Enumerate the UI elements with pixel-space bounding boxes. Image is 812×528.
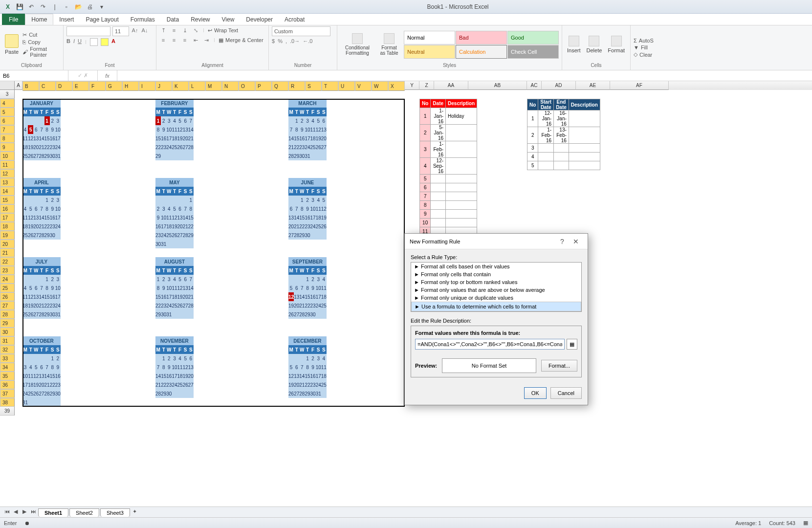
calendar-day[interactable] — [44, 398, 50, 407]
calendar-day[interactable]: 22 — [305, 380, 310, 389]
calendar-day[interactable]: 9 — [161, 284, 166, 292]
table2-end[interactable] — [554, 144, 569, 153]
calendar-day[interactable]: 16 — [310, 372, 316, 380]
calendar-day[interactable]: 1 — [155, 275, 161, 284]
calendar-day[interactable]: 1 — [161, 354, 166, 363]
row-header-19[interactable]: 19 — [0, 231, 15, 240]
calendar-day[interactable]: 30 — [50, 310, 55, 319]
calendar-day[interactable]: 21 — [188, 134, 194, 143]
col-header-AC[interactable]: AC — [527, 81, 542, 90]
calendar-day[interactable]: 14 — [188, 284, 194, 292]
calendar-day[interactable]: 31 — [305, 152, 310, 160]
calendar-day[interactable]: 12 — [321, 204, 327, 213]
calendar-day[interactable]: 8 — [305, 284, 310, 292]
style-good[interactable]: Good — [507, 31, 559, 44]
calendar-day[interactable]: 23 — [50, 222, 55, 231]
calendar-day[interactable]: 25 — [22, 152, 28, 160]
col-header-AF[interactable]: AF — [610, 81, 669, 90]
calendar-day[interactable]: 24 — [55, 222, 61, 231]
calendar-day[interactable]: 19 — [28, 301, 33, 310]
calendar-day[interactable]: 3 — [166, 275, 172, 284]
inc-decimal-icon[interactable]: .0→ — [290, 38, 300, 44]
calendar-day[interactable] — [310, 152, 316, 160]
calendar-day[interactable]: 8 — [305, 363, 310, 372]
calendar-day[interactable]: 12 — [177, 284, 183, 292]
calendar-day[interactable]: 27 — [33, 231, 39, 240]
calendar-day[interactable]: 18 — [321, 292, 327, 301]
calendar-day[interactable]: 29 — [305, 310, 310, 319]
tab-insert[interactable]: Insert — [53, 14, 80, 25]
col-header-L[interactable]: L — [189, 81, 205, 91]
cut-button[interactable]: ✂Cut — [22, 32, 60, 38]
tab-acrobat[interactable]: Acrobat — [279, 14, 310, 25]
calendar-day[interactable]: 22 — [44, 222, 50, 231]
currency-icon[interactable]: $ — [272, 38, 275, 44]
table2-start[interactable] — [538, 144, 554, 153]
calendar-day[interactable] — [177, 196, 183, 204]
calendar-day[interactable]: 23 — [155, 231, 161, 240]
calendar-day[interactable]: 7 — [183, 204, 188, 213]
italic-button[interactable]: I — [73, 38, 75, 46]
wrap-text-button[interactable]: ↩Wrap Text — [208, 27, 238, 34]
range-selector-icon[interactable]: ▦ — [567, 339, 577, 350]
macro-record-icon[interactable]: ⏺ — [24, 520, 30, 526]
calendar-day[interactable]: 16 — [161, 292, 166, 301]
table2-end[interactable]: 16-Jan-16 — [554, 110, 569, 127]
calendar-day[interactable]: 3 — [22, 363, 28, 372]
calendar-day[interactable]: 7 — [288, 125, 294, 134]
align-left-icon[interactable]: ≡ — [159, 36, 167, 44]
rule-type-item[interactable]: ► Format only values that are above or b… — [411, 286, 581, 294]
row-header-22[interactable]: 22 — [0, 257, 15, 266]
calendar-day[interactable] — [39, 116, 44, 125]
calendar-day[interactable]: 9 — [50, 204, 55, 213]
calendar-day[interactable]: 1 — [305, 275, 310, 284]
calendar-day[interactable] — [299, 275, 305, 284]
calendar-day[interactable] — [22, 275, 28, 284]
calendar-day[interactable]: 1 — [50, 354, 55, 363]
calendar-day[interactable]: 7 — [299, 284, 305, 292]
col-header-J[interactable]: J — [155, 81, 172, 91]
rule-type-item[interactable]: ► Format only cells that contain — [411, 270, 581, 278]
calendar-day[interactable]: 16 — [50, 213, 55, 222]
calendar-day[interactable]: 7 — [294, 204, 299, 213]
shrink-font-icon[interactable]: A↓ — [141, 26, 149, 34]
calendar-day[interactable] — [316, 152, 321, 160]
table2-header[interactable]: Description — [569, 99, 600, 110]
table2-no[interactable]: 2 — [527, 127, 538, 144]
calendar-day[interactable] — [161, 196, 166, 204]
calendar-day[interactable]: 16 — [161, 134, 166, 143]
calendar-day[interactable]: 2 — [50, 116, 55, 125]
calendar-day[interactable]: 4 — [310, 116, 316, 125]
indent-inc-icon[interactable]: ⇥ — [202, 36, 210, 44]
calendar-day[interactable]: 8 — [188, 204, 194, 213]
col-header-AB[interactable]: AB — [468, 81, 527, 90]
table1-header[interactable]: Description — [446, 99, 477, 108]
font-size-select[interactable]: 11 — [112, 26, 129, 36]
calendar-day[interactable] — [183, 240, 188, 248]
col-header-D[interactable]: D — [56, 81, 72, 91]
style-normal[interactable]: Normal — [404, 31, 455, 44]
table1-date[interactable] — [431, 201, 446, 210]
calendar-day[interactable]: 10 — [305, 125, 310, 134]
calendar-day[interactable]: 22 — [155, 143, 161, 152]
calendar-day[interactable]: 28 — [155, 389, 161, 398]
calendar-day[interactable]: 17 — [172, 372, 177, 380]
calendar-day[interactable]: 10 — [310, 204, 316, 213]
delete-cells-button[interactable]: Delete — [585, 35, 604, 54]
calendar-day[interactable]: 20 — [294, 380, 299, 389]
rule-type-list[interactable]: ► Format all cells based on their values… — [411, 262, 582, 312]
calendar-day[interactable]: 21 — [299, 380, 305, 389]
calendar-day[interactable]: 14 — [188, 125, 194, 134]
calendar-day[interactable]: 5 — [28, 125, 33, 134]
calendar-day[interactable]: 27 — [321, 143, 327, 152]
calendar-day[interactable] — [55, 231, 61, 240]
insert-cells-button[interactable]: Insert — [565, 35, 583, 54]
row-header-10[interactable]: 10 — [0, 152, 15, 160]
calendar-day[interactable]: 2 — [305, 196, 310, 204]
calendar-day[interactable]: 27 — [33, 152, 39, 160]
calendar-day[interactable]: 1 — [294, 116, 299, 125]
calendar-day[interactable]: 24 — [316, 301, 321, 310]
style-neutral[interactable]: Neutral — [404, 45, 455, 59]
style-check-cell[interactable]: Check Cell — [507, 45, 559, 59]
col-header-E[interactable]: E — [72, 81, 89, 91]
